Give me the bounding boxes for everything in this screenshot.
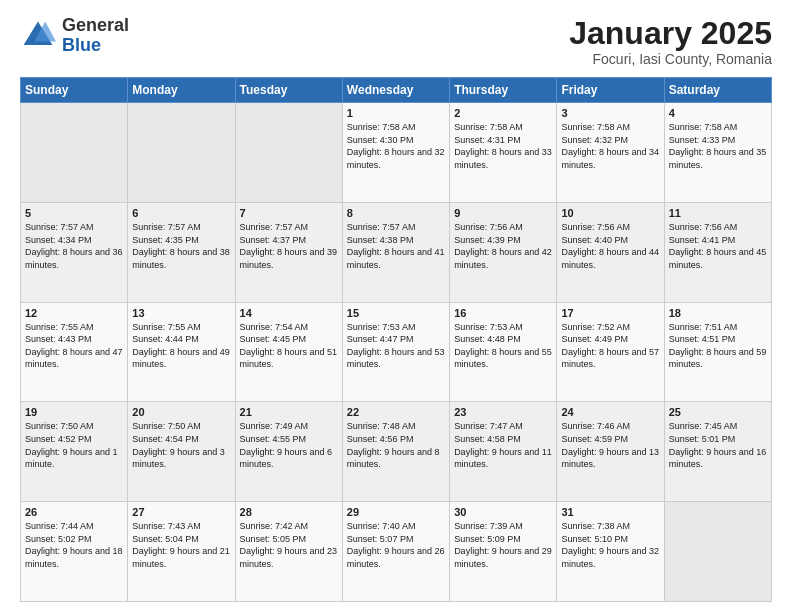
month-title: January 2025 (569, 16, 772, 51)
day-number: 5 (25, 207, 123, 219)
cell-sunrise: Sunrise: 7:38 AMSunset: 5:10 PMDaylight:… (561, 521, 659, 569)
day-number: 17 (561, 307, 659, 319)
calendar-cell: 28 Sunrise: 7:42 AMSunset: 5:05 PMDaylig… (235, 502, 342, 602)
cell-sunrise: Sunrise: 7:40 AMSunset: 5:07 PMDaylight:… (347, 521, 445, 569)
calendar-cell: 6 Sunrise: 7:57 AMSunset: 4:35 PMDayligh… (128, 202, 235, 302)
header: General Blue January 2025 Focuri, Iasi C… (20, 16, 772, 67)
logo-blue: Blue (62, 35, 101, 55)
calendar-cell: 1 Sunrise: 7:58 AMSunset: 4:30 PMDayligh… (342, 103, 449, 203)
calendar-cell: 4 Sunrise: 7:58 AMSunset: 4:33 PMDayligh… (664, 103, 771, 203)
cell-sunrise: Sunrise: 7:56 AMSunset: 4:41 PMDaylight:… (669, 222, 767, 270)
calendar-cell: 23 Sunrise: 7:47 AMSunset: 4:58 PMDaylig… (450, 402, 557, 502)
day-number: 2 (454, 107, 552, 119)
cell-sunrise: Sunrise: 7:54 AMSunset: 4:45 PMDaylight:… (240, 322, 338, 370)
day-header-thursday: Thursday (450, 78, 557, 103)
day-number: 7 (240, 207, 338, 219)
cell-sunrise: Sunrise: 7:42 AMSunset: 5:05 PMDaylight:… (240, 521, 338, 569)
location: Focuri, Iasi County, Romania (569, 51, 772, 67)
calendar-cell: 26 Sunrise: 7:44 AMSunset: 5:02 PMDaylig… (21, 502, 128, 602)
day-number: 19 (25, 406, 123, 418)
calendar-cell: 29 Sunrise: 7:40 AMSunset: 5:07 PMDaylig… (342, 502, 449, 602)
day-number: 21 (240, 406, 338, 418)
day-number: 26 (25, 506, 123, 518)
calendar-cell: 16 Sunrise: 7:53 AMSunset: 4:48 PMDaylig… (450, 302, 557, 402)
calendar-week-5: 26 Sunrise: 7:44 AMSunset: 5:02 PMDaylig… (21, 502, 772, 602)
day-number: 9 (454, 207, 552, 219)
cell-sunrise: Sunrise: 7:45 AMSunset: 5:01 PMDaylight:… (669, 421, 767, 469)
calendar-cell: 12 Sunrise: 7:55 AMSunset: 4:43 PMDaylig… (21, 302, 128, 402)
cell-sunrise: Sunrise: 7:58 AMSunset: 4:33 PMDaylight:… (669, 122, 767, 170)
calendar-cell: 17 Sunrise: 7:52 AMSunset: 4:49 PMDaylig… (557, 302, 664, 402)
calendar-cell: 25 Sunrise: 7:45 AMSunset: 5:01 PMDaylig… (664, 402, 771, 502)
calendar-cell: 3 Sunrise: 7:58 AMSunset: 4:32 PMDayligh… (557, 103, 664, 203)
cell-sunrise: Sunrise: 7:58 AMSunset: 4:32 PMDaylight:… (561, 122, 659, 170)
calendar-cell: 21 Sunrise: 7:49 AMSunset: 4:55 PMDaylig… (235, 402, 342, 502)
cell-sunrise: Sunrise: 7:57 AMSunset: 4:35 PMDaylight:… (132, 222, 230, 270)
cell-sunrise: Sunrise: 7:52 AMSunset: 4:49 PMDaylight:… (561, 322, 659, 370)
calendar-cell: 11 Sunrise: 7:56 AMSunset: 4:41 PMDaylig… (664, 202, 771, 302)
day-number: 3 (561, 107, 659, 119)
calendar-cell: 5 Sunrise: 7:57 AMSunset: 4:34 PMDayligh… (21, 202, 128, 302)
logo-icon (20, 18, 56, 54)
calendar-cell: 8 Sunrise: 7:57 AMSunset: 4:38 PMDayligh… (342, 202, 449, 302)
day-number: 24 (561, 406, 659, 418)
day-header-sunday: Sunday (21, 78, 128, 103)
day-number: 30 (454, 506, 552, 518)
cell-sunrise: Sunrise: 7:56 AMSunset: 4:40 PMDaylight:… (561, 222, 659, 270)
cell-sunrise: Sunrise: 7:47 AMSunset: 4:58 PMDaylight:… (454, 421, 552, 469)
calendar-cell: 22 Sunrise: 7:48 AMSunset: 4:56 PMDaylig… (342, 402, 449, 502)
calendar-cell: 19 Sunrise: 7:50 AMSunset: 4:52 PMDaylig… (21, 402, 128, 502)
calendar-week-1: 1 Sunrise: 7:58 AMSunset: 4:30 PMDayligh… (21, 103, 772, 203)
day-header-tuesday: Tuesday (235, 78, 342, 103)
calendar-cell (235, 103, 342, 203)
day-number: 28 (240, 506, 338, 518)
cell-sunrise: Sunrise: 7:39 AMSunset: 5:09 PMDaylight:… (454, 521, 552, 569)
cell-sunrise: Sunrise: 7:55 AMSunset: 4:44 PMDaylight:… (132, 322, 230, 370)
day-number: 1 (347, 107, 445, 119)
day-number: 29 (347, 506, 445, 518)
cell-sunrise: Sunrise: 7:58 AMSunset: 4:31 PMDaylight:… (454, 122, 552, 170)
calendar-cell: 15 Sunrise: 7:53 AMSunset: 4:47 PMDaylig… (342, 302, 449, 402)
day-number: 11 (669, 207, 767, 219)
day-number: 6 (132, 207, 230, 219)
logo: General Blue (20, 16, 129, 56)
calendar-cell: 18 Sunrise: 7:51 AMSunset: 4:51 PMDaylig… (664, 302, 771, 402)
logo-general: General (62, 15, 129, 35)
day-number: 27 (132, 506, 230, 518)
day-number: 4 (669, 107, 767, 119)
day-number: 15 (347, 307, 445, 319)
calendar-week-3: 12 Sunrise: 7:55 AMSunset: 4:43 PMDaylig… (21, 302, 772, 402)
day-number: 12 (25, 307, 123, 319)
calendar-cell: 13 Sunrise: 7:55 AMSunset: 4:44 PMDaylig… (128, 302, 235, 402)
calendar-table: SundayMondayTuesdayWednesdayThursdayFrid… (20, 77, 772, 602)
cell-sunrise: Sunrise: 7:51 AMSunset: 4:51 PMDaylight:… (669, 322, 767, 370)
day-number: 18 (669, 307, 767, 319)
calendar-cell: 10 Sunrise: 7:56 AMSunset: 4:40 PMDaylig… (557, 202, 664, 302)
cell-sunrise: Sunrise: 7:57 AMSunset: 4:38 PMDaylight:… (347, 222, 445, 270)
day-number: 8 (347, 207, 445, 219)
cell-sunrise: Sunrise: 7:55 AMSunset: 4:43 PMDaylight:… (25, 322, 123, 370)
calendar-cell: 7 Sunrise: 7:57 AMSunset: 4:37 PMDayligh… (235, 202, 342, 302)
day-header-friday: Friday (557, 78, 664, 103)
calendar-cell: 27 Sunrise: 7:43 AMSunset: 5:04 PMDaylig… (128, 502, 235, 602)
cell-sunrise: Sunrise: 7:49 AMSunset: 4:55 PMDaylight:… (240, 421, 333, 469)
day-number: 16 (454, 307, 552, 319)
day-header-saturday: Saturday (664, 78, 771, 103)
calendar-cell (21, 103, 128, 203)
cell-sunrise: Sunrise: 7:58 AMSunset: 4:30 PMDaylight:… (347, 122, 445, 170)
day-number: 31 (561, 506, 659, 518)
calendar-cell (664, 502, 771, 602)
calendar-cell: 9 Sunrise: 7:56 AMSunset: 4:39 PMDayligh… (450, 202, 557, 302)
cell-sunrise: Sunrise: 7:53 AMSunset: 4:47 PMDaylight:… (347, 322, 445, 370)
calendar-cell: 30 Sunrise: 7:39 AMSunset: 5:09 PMDaylig… (450, 502, 557, 602)
cell-sunrise: Sunrise: 7:53 AMSunset: 4:48 PMDaylight:… (454, 322, 552, 370)
day-number: 23 (454, 406, 552, 418)
cell-sunrise: Sunrise: 7:57 AMSunset: 4:34 PMDaylight:… (25, 222, 123, 270)
cell-sunrise: Sunrise: 7:50 AMSunset: 4:52 PMDaylight:… (25, 421, 118, 469)
day-header-wednesday: Wednesday (342, 78, 449, 103)
day-number: 10 (561, 207, 659, 219)
calendar-cell: 24 Sunrise: 7:46 AMSunset: 4:59 PMDaylig… (557, 402, 664, 502)
day-number: 22 (347, 406, 445, 418)
cell-sunrise: Sunrise: 7:57 AMSunset: 4:37 PMDaylight:… (240, 222, 338, 270)
calendar-cell: 14 Sunrise: 7:54 AMSunset: 4:45 PMDaylig… (235, 302, 342, 402)
